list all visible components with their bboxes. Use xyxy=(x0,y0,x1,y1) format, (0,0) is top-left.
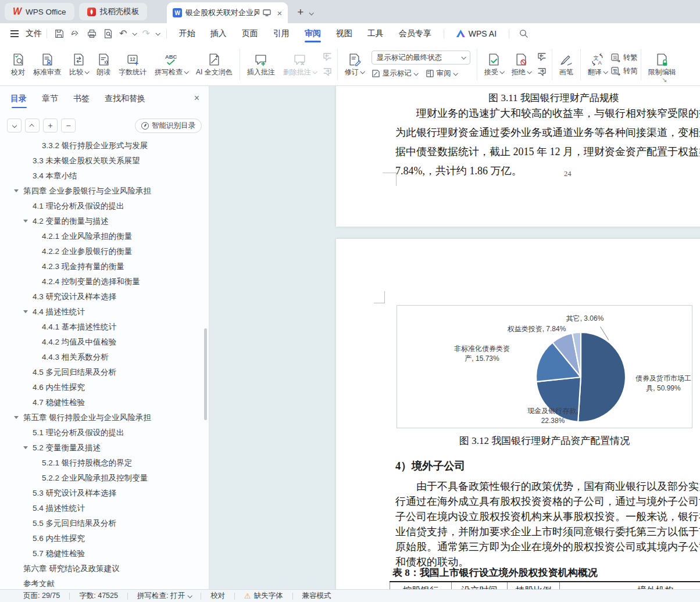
track-changes-button[interactable]: 修订 xyxy=(341,46,368,83)
collapse-arrow-icon[interactable] xyxy=(14,189,19,192)
pie-slice[interactable] xyxy=(578,332,626,422)
sidebar-close-icon[interactable]: × xyxy=(194,93,199,103)
toc-item[interactable]: 4.4.2 均值及中值检验 xyxy=(0,335,205,350)
toc-item[interactable]: 3.3.2 银行持股企业形式与发展 xyxy=(0,138,205,153)
toc-item[interactable]: 4.4.1 基本描述性统计 xyxy=(0,320,205,335)
toc-item[interactable]: 4.5 多元回归结果及分析 xyxy=(0,365,205,380)
ai-polish-button[interactable]: AI 全文润色 xyxy=(192,46,237,83)
collapse-arrow-icon[interactable] xyxy=(14,416,19,419)
document-canvas[interactable]: 图 3.11 我国银行理财产品规模 理财业务的迅速扩大和较高的收益率，与银行相对… xyxy=(210,86,700,589)
toc-collapse-all-button[interactable]: − xyxy=(61,119,76,132)
toc-item[interactable]: 3.4 本章小结 xyxy=(0,169,205,184)
undo-icon[interactable]: ↶ xyxy=(119,28,127,39)
toc-item[interactable]: 4.3 研究设计及样本选择 xyxy=(0,289,205,304)
previous-comment-icon[interactable] xyxy=(323,53,332,61)
toc-item[interactable]: 5.3 研究设计及样本选择 xyxy=(0,486,205,501)
toc-item[interactable]: 4.4 描述性统计 xyxy=(0,304,205,320)
collapse-arrow-icon[interactable] xyxy=(23,220,28,223)
toc-item[interactable]: 4.2.2 企业参股银行的衡量 xyxy=(0,244,205,259)
word-count-button[interactable]: 12 字数统计 xyxy=(115,46,151,83)
undo-chevron-icon[interactable] xyxy=(133,31,137,35)
toc-item[interactable]: 5.5 多元回归结果及分析 xyxy=(0,516,205,531)
new-tab-button[interactable]: + xyxy=(297,6,303,19)
menu-insert[interactable]: 插入 xyxy=(203,23,234,44)
menu-page[interactable]: 页面 xyxy=(234,23,266,44)
status-spellcheck[interactable]: 拼写检查: 打开 xyxy=(137,591,191,601)
status-page-count[interactable]: 页面: 29/75 xyxy=(23,591,60,601)
sidebar-tab-contents[interactable]: 目录 xyxy=(10,94,27,108)
to-simplified-button[interactable]: 繁 转简 xyxy=(611,66,638,76)
insert-comment-button[interactable]: 插入批注 xyxy=(243,46,279,83)
toc-item[interactable]: 4.4.3 相关系数分析 xyxy=(0,350,205,365)
present-mode-icon[interactable] xyxy=(263,9,271,16)
toc-expand-all-button[interactable]: + xyxy=(43,119,58,132)
toc-item[interactable]: 4.6 内生性探究 xyxy=(0,380,205,395)
print-preview-icon[interactable] xyxy=(103,28,113,39)
toc-collapse-up-button[interactable] xyxy=(25,119,40,132)
tab-active-document[interactable]: W 银企股权关联对企业风险承担的 × xyxy=(167,2,288,23)
to-traditional-button[interactable]: 简 转繁 xyxy=(611,53,638,63)
menu-review[interactable]: 审阅 xyxy=(297,23,328,44)
sidebar-tab-find-replace[interactable]: 查找和替换 xyxy=(105,94,145,108)
pie-chart-figure[interactable]: 债券及货币市场工具, 50.99%现金及银行存款,22.38%非标准化债券类资产… xyxy=(397,305,692,428)
toc-expand-down-button[interactable] xyxy=(7,119,22,132)
tab-list-chevron-icon[interactable] xyxy=(309,10,314,15)
toc-item[interactable]: 4.7 稳健性检验 xyxy=(0,395,205,410)
search-icon[interactable] xyxy=(519,28,528,38)
menu-start[interactable]: 开始 xyxy=(172,23,203,44)
document-page-25[interactable]: 债券及货币市场工具, 50.99%现金及银行存款,22.38%非标准化债券类资产… xyxy=(336,239,700,589)
hamburger-icon[interactable] xyxy=(10,33,19,34)
toc-item[interactable]: 5.6 内生性探究 xyxy=(0,531,205,546)
toc-item[interactable]: 5.7 稳健性检验 xyxy=(0,546,205,561)
toc-item[interactable]: 5.2.1 银行持股概念的界定 xyxy=(0,456,205,471)
status-word-count[interactable]: 字数: 47525 xyxy=(79,591,118,601)
save-icon[interactable] xyxy=(54,28,65,39)
toc-item[interactable]: 第四章 企业参股银行与企业风险承担 xyxy=(0,184,205,199)
sidebar-scrollbar[interactable] xyxy=(204,328,207,420)
review-pane-button[interactable]: 审阅 xyxy=(426,69,457,78)
sidebar-tab-chapters[interactable]: 章节 xyxy=(42,94,58,108)
spell-check-button[interactable]: ABC 拼写检查 xyxy=(151,46,192,83)
export-icon[interactable] xyxy=(70,28,81,39)
accept-button[interactable]: 接受 xyxy=(480,46,508,83)
collapse-arrow-icon[interactable] xyxy=(23,446,28,449)
standard-review-button[interactable]: 标准审查 xyxy=(29,46,65,83)
toc-item[interactable]: 4.2 变量的衡量与描述 xyxy=(0,214,205,229)
print-icon[interactable] xyxy=(87,28,97,39)
proofread-button[interactable]: 校对 xyxy=(7,46,29,83)
markup-state-select[interactable]: 显示标记的最终状态 xyxy=(372,51,470,64)
status-proofread[interactable]: 校对 xyxy=(210,591,225,601)
smart-toc-button[interactable]: 智能识别目录 xyxy=(135,119,202,133)
toc-item[interactable]: 5.2 变量衡量及描述 xyxy=(0,440,205,456)
show-markup-button[interactable]: 显示标记 xyxy=(372,69,417,78)
read-aloud-button[interactable]: 朗读 xyxy=(92,46,115,83)
menu-member[interactable]: 会员专享 xyxy=(391,23,439,44)
next-comment-icon[interactable] xyxy=(323,68,332,76)
toc-item[interactable]: 第五章 银行持股企业与企业风险承担 xyxy=(0,410,205,425)
qat-more-chevron-icon[interactable] xyxy=(155,31,160,35)
toc-item[interactable]: 参考文献 xyxy=(0,576,205,587)
redo-icon[interactable]: ↷ xyxy=(142,28,149,39)
previous-change-icon[interactable] xyxy=(537,53,547,61)
toc-item[interactable]: 4.2.1 企业风险承担的衡量 xyxy=(0,229,205,244)
toc-item[interactable]: 5.4 描述性统计 xyxy=(0,501,205,516)
toc-item[interactable]: 第六章 研究结论及政策建议 xyxy=(0,561,205,576)
translate-button[interactable]: 文A 翻译 xyxy=(584,46,611,83)
toc-item[interactable]: 4.2.4 控制变量的选择和衡量 xyxy=(0,274,205,289)
toc-item[interactable]: 3.3 未来银企股权关联关系展望 xyxy=(0,153,205,169)
status-compat-mode[interactable]: 兼容模式 xyxy=(302,591,331,601)
toc-item[interactable]: 5.2.2 企业风险承担及控制变量 xyxy=(0,471,205,486)
sidebar-tab-bookmarks[interactable]: 书签 xyxy=(73,94,90,108)
menu-tools[interactable]: 工具 xyxy=(360,23,391,44)
menu-reference[interactable]: 引用 xyxy=(266,23,297,44)
file-menu[interactable]: 文件 xyxy=(26,28,42,39)
toc-item[interactable]: 4.1 理论分析及假设的提出 xyxy=(0,199,205,214)
toc-item[interactable]: 5.1 理论分析及假设的提出 xyxy=(0,425,205,440)
reject-button[interactable]: 拒绝 xyxy=(508,46,535,83)
dialog-launcher-icon[interactable]: ↘ xyxy=(662,76,667,84)
tab-docer-templates[interactable]: 找稻壳模板 xyxy=(79,3,148,20)
menu-wps-ai[interactable]: WPS AI xyxy=(449,23,504,44)
status-missing-fonts[interactable]: ⚠缺失字体 xyxy=(244,591,283,601)
document-page-24[interactable]: 图 3.11 我国银行理财产品规模 理财业务的迅速扩大和较高的收益率，与银行相对… xyxy=(336,86,700,227)
menu-view[interactable]: 视图 xyxy=(328,23,360,44)
